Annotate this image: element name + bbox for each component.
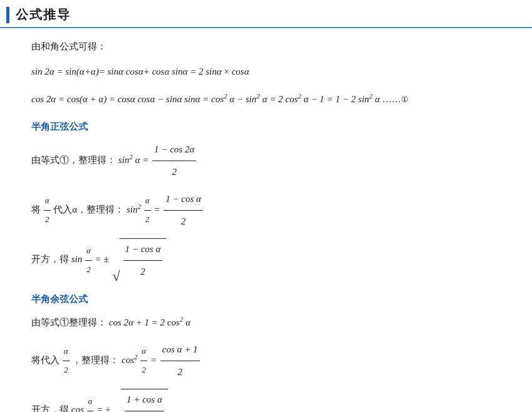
half-sin-line1: 由等式①，整理得： sin2 α = 1 − cos 2α 2 (31, 139, 513, 182)
page-title: 公式推导 (16, 6, 71, 23)
title-bar: 公式推导 (0, 6, 532, 28)
cos2a-formula: cos 2α = cos(α + α) = cosα cosα − sinα s… (31, 88, 513, 110)
half-sin-line2: 将 α 2 代入α，整理得： sin2 α 2 = 1 − cos α 2 (31, 189, 513, 232)
half-cos-line3: 开方，得 cos α 2 = ± √ 1 + cos α 2 (31, 389, 513, 412)
half-cos-line2: 将代入 α 2 ，整理得： cos2 α 2 = cos α + 1 2 (31, 339, 513, 383)
half-sin-line3: 开方，得 sin α 2 = ± √ 1 − cos α 2 (31, 238, 513, 282)
intro-label: 由和角公式可得： (31, 38, 513, 55)
page-container: 公式推导 由和角公式可得： sin 2α = sin(α+α)= sinα co… (0, 0, 532, 412)
half-sin-heading: 半角正弦公式 (31, 121, 513, 133)
half-cos-line1: 由等式①整理得： cos 2α + 1 = 2 cos2 α (31, 312, 513, 333)
main-content: 由和角公式可得： sin 2α = sin(α+α)= sinα cosα+ c… (0, 38, 532, 412)
title-accent (6, 7, 9, 23)
half-cos-heading: 半角余弦公式 (31, 293, 513, 305)
sin2a-formula: sin 2α = sin(α+α)= sinα cosα+ cosα sinα … (31, 61, 513, 82)
